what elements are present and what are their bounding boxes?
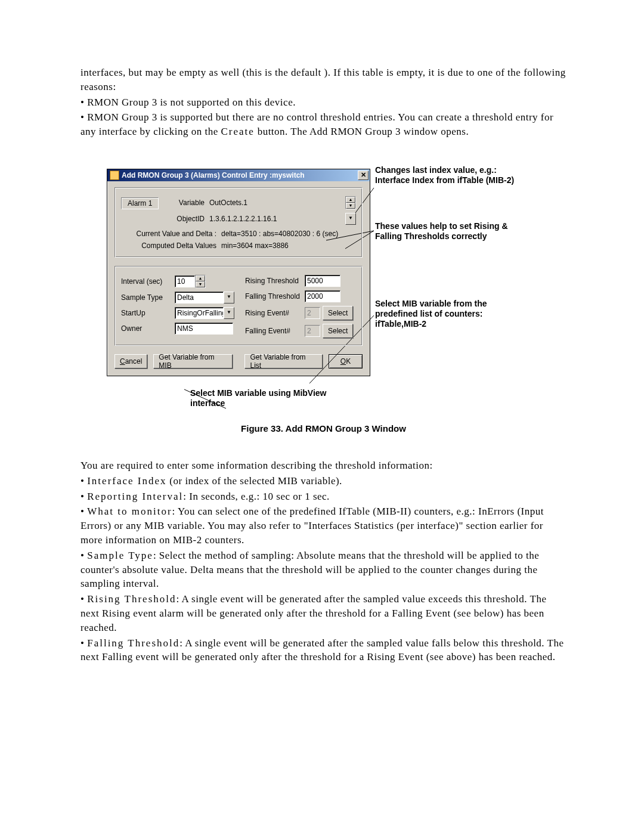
annot-mibview: Select MIB variable using MibView interf… (190, 388, 345, 409)
intro-block: interfaces, but may be empty as well (th… (80, 66, 566, 139)
lbl-owner: Owner (121, 324, 175, 333)
app-icon (110, 171, 119, 180)
lbl-rising-ev: Rising Event# (245, 309, 305, 317)
lower-bullet: • Falling Threshold: A single event will… (80, 636, 566, 665)
select-sampletype[interactable]: Delta (175, 292, 224, 304)
select-falling-button[interactable]: Select (323, 324, 353, 338)
dialog-add-rmon: Add RMON Group 3 (Alarms) Control Entry … (107, 169, 370, 376)
val-variable: OutOctets.1 (209, 199, 345, 207)
lbl-cdv: Computed Delta Values (121, 241, 216, 250)
lower-bullet: • Interface Index (or index of the selec… (80, 474, 566, 488)
input-owner[interactable]: NMS (175, 323, 233, 335)
intro-bullet1: • RMON Group 3 is not supported on this … (80, 95, 566, 110)
select-startup[interactable]: RisingOrFalling (175, 307, 224, 319)
lbl-startup: StartUp (121, 309, 175, 317)
lbl-cvd: Current Value and Delta : (121, 230, 216, 238)
intro-line1: interfaces, but may be empty as well (th… (80, 66, 566, 94)
input-interval[interactable]: 10 (175, 275, 195, 287)
annot-index: Changes last index value, e.g.: Interfac… (375, 165, 518, 185)
lower-bullet: • Sample Type: Select the method of samp… (80, 549, 566, 591)
lower-bullet: • Reporting Interval: In seconds, e.g.: … (80, 490, 566, 504)
lower-lead: You are required to enter some informati… (80, 459, 566, 473)
input-rising-th[interactable]: 5000 (305, 275, 340, 287)
lbl-interval: Interval (sec) (121, 277, 175, 286)
val-objectid: 1.3.6.1.2.1.2.2.1.16.1 (209, 215, 345, 223)
get-variable-from-mib-button[interactable]: Get Variable from MIB (153, 354, 233, 368)
close-icon[interactable]: ✕ (358, 171, 369, 180)
select-rising-button[interactable]: Select (323, 306, 353, 320)
lbl-objectid: ObjectID (168, 215, 205, 223)
input-falling-th[interactable]: 2000 (305, 290, 340, 302)
lbl-falling-th: Falling Threshold (245, 292, 305, 301)
window-title: Add RMON Group 3 (Alarms) Control Entry … (122, 171, 358, 179)
lower-block: You are required to enter some informati… (80, 459, 566, 664)
input-falling-ev: 2 (305, 325, 320, 337)
sampletype-dropdown-icon[interactable] (224, 292, 234, 304)
annot-thresholds: These values help to set Rising & Fallin… (375, 221, 518, 241)
lower-bullet: • What to monitor: You can select one of… (80, 504, 566, 547)
intro-bullet2: • RMON Group 3 is supported but there ar… (80, 110, 566, 139)
lbl-rising-th: Rising Threshold (245, 277, 305, 285)
titlebar: Add RMON Group 3 (Alarms) Control Entry … (107, 169, 370, 181)
lbl-falling-ev: Falling Event# (245, 327, 305, 335)
interval-spin[interactable] (195, 275, 206, 288)
startup-dropdown-icon[interactable] (224, 307, 234, 319)
val-cvd: delta=3510 : abs=40802030 : 6 (sec) (221, 230, 338, 238)
group-params: Interval (sec) 10 Sample Type Delta (114, 266, 363, 346)
group-variable: Alarm 1 Variable OutOctets.1 ObjectID (114, 187, 363, 258)
ok-button[interactable]: OK (329, 354, 363, 368)
lbl-sampletype: Sample Type (121, 293, 175, 302)
alarm-legend: Alarm 1 (121, 197, 159, 209)
variable-spin[interactable] (345, 196, 356, 209)
input-rising-ev: 2 (305, 307, 320, 319)
cancel-button[interactable]: Cancel (114, 354, 147, 368)
val-cdv: min=3604 max=3886 (221, 241, 289, 250)
figure-caption: Figure 33. Add RMON Group 3 Window (145, 423, 503, 433)
annot-list: Select MIB variable from the predefined … (375, 299, 518, 329)
lower-bullet: • Rising Threshold: A single event will … (80, 592, 566, 634)
lbl-variable: Variable (168, 199, 205, 207)
objectid-dropdown-icon[interactable] (345, 213, 356, 225)
get-variable-from-list-button[interactable]: Get Variable from List (244, 354, 322, 368)
